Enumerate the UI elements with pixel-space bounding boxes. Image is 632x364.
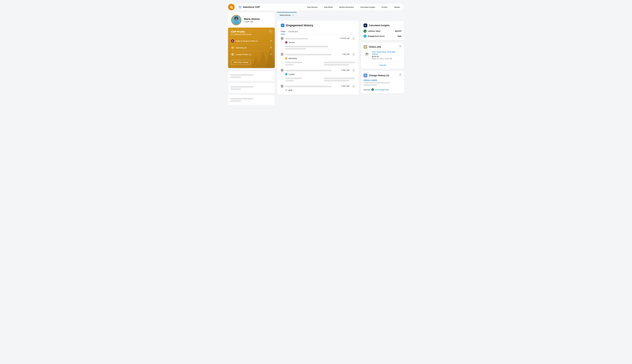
svg-point-14 <box>232 54 232 54</box>
feed-item-menu[interactable] <box>352 69 355 72</box>
chevron-down-icon <box>292 14 294 16</box>
orders-view-all-link[interactable]: View All <box>364 64 402 66</box>
feed-timeline: 1 minute ago Service <box>281 37 355 91</box>
engagement-history-card: Engagement History Feed Dashboard 1 minu… <box>277 20 359 95</box>
cdp-item-loyalty[interactable]: Loyalty Profiles (1) <box>231 51 272 58</box>
nav-calculated-insights[interactable]: Calculated Insights <box>358 5 378 9</box>
svg-point-25 <box>365 32 365 32</box>
cdp-profile-panel: CDP Profile ID: MD33DCF54ED023392 Sales … <box>228 28 275 68</box>
feed-item: 2 days ago Loyalty <box>281 69 355 82</box>
order-price: $154.00 <box>372 55 402 58</box>
change-history-card: Change History (1) Address Update Source… <box>361 71 404 94</box>
external-link-icon[interactable] <box>270 40 272 42</box>
phone-icon <box>281 37 284 40</box>
feed-item: 2 days ago Web <box>281 85 355 91</box>
svg-point-22 <box>286 74 287 74</box>
profile-name: Maria Alonso <box>244 18 260 20</box>
cdp-title: CDP Profile <box>231 30 272 33</box>
person-icon <box>281 69 284 72</box>
profile-avatar <box>231 15 242 25</box>
change-history-title: Change History (1) <box>369 74 389 77</box>
change-history-source: Source: NTO Retail USA <box>364 88 402 91</box>
nav-tableau[interactable]: Tableau <box>392 5 402 9</box>
insight-row-engagement: Engagement Score: High <box>364 35 402 38</box>
svg-point-21 <box>286 74 286 74</box>
external-link-icon[interactable] <box>270 47 272 49</box>
orders-card-menu[interactable] <box>399 45 402 48</box>
workspace-tabs: Maria Alonso <box>277 12 359 18</box>
feed-item-menu[interactable] <box>352 85 355 88</box>
svg-marker-10 <box>252 56 260 68</box>
feed-time: 2 days ago <box>338 85 350 88</box>
svg-rect-8 <box>234 21 239 25</box>
profile-location: Lowell, MA <box>244 20 260 22</box>
profile-card: Maria Alonso Lowell, MA CDP Profile ID: … <box>228 12 275 68</box>
globe-icon <box>281 85 284 88</box>
order-item[interactable]: POC Tectal Race SPIN Bike Helmet $154.00… <box>364 51 402 62</box>
feed-tag: Loyalty <box>288 73 294 75</box>
svg-point-16 <box>232 54 233 55</box>
app-name: Salesforce CDP <box>243 6 260 8</box>
global-header: Salesforce CDP Data Streams Data Model I… <box>225 0 407 12</box>
svg-point-13 <box>232 48 233 48</box>
handshake-icon <box>364 35 366 38</box>
feed-time: 1 minute ago <box>338 37 350 40</box>
svg-point-18 <box>286 58 287 59</box>
svg-point-1 <box>231 6 232 7</box>
view-data-lineage-button[interactable]: View Data Lineage <box>231 60 251 65</box>
nav-identity-resolution[interactable]: Identity Resolution <box>337 5 356 9</box>
orders-icon <box>364 45 367 49</box>
svg-point-19 <box>286 58 286 58</box>
orders-title: Orders (24) <box>369 46 381 48</box>
nav-profiles[interactable]: Profiles <box>379 5 390 9</box>
feed-time: 1 day ago <box>338 53 350 56</box>
cdp-item-label: Loyalty Profiles (1) <box>236 53 251 56</box>
change-history-link[interactable]: Address Update <box>364 79 377 81</box>
salesforce-logo <box>228 4 234 10</box>
tab-dashboard[interactable]: Dashboard <box>288 30 298 34</box>
placeholder-cards <box>228 71 275 105</box>
app-launcher-icon[interactable] <box>239 6 241 8</box>
mail-icon <box>281 53 284 56</box>
pulse-icon <box>364 24 367 27</box>
target-icon <box>231 46 234 49</box>
nav-data-streams[interactable]: Data Streams <box>305 5 320 9</box>
tab-feed[interactable]: Feed <box>281 30 285 34</box>
change-history-source-link[interactable]: NTO Retail USA <box>375 88 389 91</box>
feed-time: 2 days ago <box>338 69 350 72</box>
svg-point-20 <box>282 70 282 70</box>
cdp-item-label: Sales & Service Profile (1) <box>236 40 258 42</box>
nav-data-model[interactable]: Data Model <box>322 5 335 9</box>
svg-point-28 <box>366 53 368 54</box>
engagement-title: Engagement History <box>286 24 313 27</box>
loyalty-icon <box>285 73 288 75</box>
cdp-collapse-button[interactable] <box>269 30 272 33</box>
heart-icon <box>285 41 288 44</box>
cart-icon <box>364 30 366 32</box>
insight-row-ltv: Lifetime Value: $24,870 <box>364 30 402 32</box>
orders-card: Orders (24) POC Tectal Race SPIN Bike He… <box>361 42 404 69</box>
cdp-item-sales-service[interactable]: Sales & Service Profile (1) <box>231 38 272 44</box>
external-link-icon[interactable] <box>270 53 272 56</box>
cdp-item-marketing[interactable]: Marketing (4) <box>231 44 272 51</box>
feed-tag: Service <box>288 41 295 44</box>
feed-item: 1 minute ago Service <box>281 37 355 50</box>
globe-icon <box>285 89 288 91</box>
target-icon <box>285 57 288 60</box>
order-date: March 12, 2021 • 10:32 AM <box>372 58 402 60</box>
feed-item-menu[interactable] <box>352 37 355 40</box>
tab-maria-alonso[interactable]: Maria Alonso <box>277 12 297 18</box>
change-history-card-menu[interactable] <box>399 73 402 76</box>
feed-tag: Web <box>288 89 292 91</box>
cdp-item-label: Marketing (4) <box>236 47 247 49</box>
svg-point-12 <box>232 47 233 48</box>
svg-point-15 <box>233 54 233 54</box>
order-product-name: POC Tectal Race SPIN Bike Helmet <box>372 51 402 55</box>
chart-icon <box>281 24 284 27</box>
loyalty-icon <box>231 53 234 56</box>
svg-point-26 <box>365 32 366 32</box>
feed-item-menu[interactable] <box>352 53 355 56</box>
feed-item: 1 day ago Marketing <box>281 53 355 66</box>
history-icon <box>364 74 367 77</box>
svg-rect-7 <box>235 18 238 19</box>
